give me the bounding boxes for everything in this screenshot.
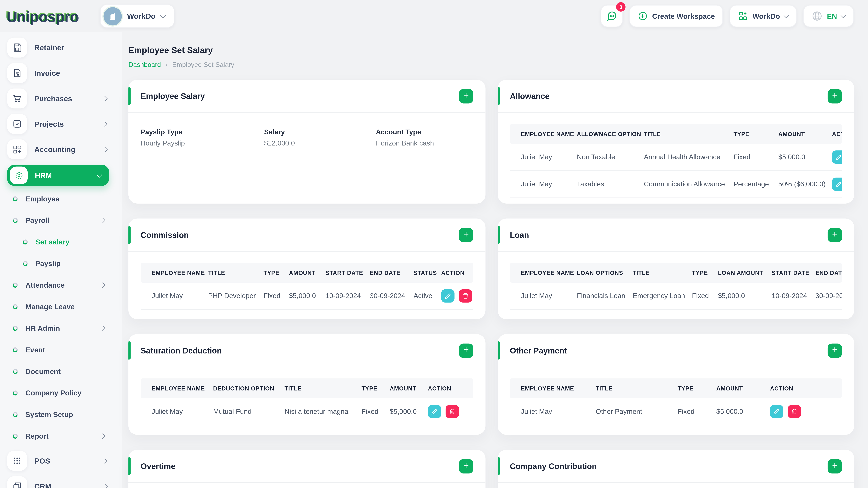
sidebar-item-label: Purchases [34,94,72,103]
create-workspace-label: Create Workspace [652,12,715,20]
chevron-right-icon [102,121,108,127]
column-header: EMPLOYEE NAME [510,131,577,137]
table-row: Juliet May Mutual Fund Nisi a tenetur ma… [141,398,473,425]
column-header: STATUS [413,269,441,276]
delete-button[interactable] [459,289,472,302]
chevron-right-icon [100,282,105,288]
sidebar-item-set-salary[interactable]: Set salary [7,231,115,253]
sidebar-item-payslip[interactable]: Payslip [7,253,115,274]
card-title: Other Payment [510,346,567,355]
create-workspace-button[interactable]: Create Workspace [629,5,723,27]
topbar: Unipospro WorkDo 0 [0,0,868,32]
workdo-menu-button[interactable]: WorkDo [730,5,797,27]
bullet-icon [12,217,19,224]
brand-logo[interactable]: Unipospro [5,7,78,25]
add-commission-button[interactable]: + [459,228,473,242]
cell-loan-option: Financials Loan [577,292,633,300]
workspace-switcher[interactable]: WorkDo [100,4,174,28]
table-row: Juliet May PHP Developer Fixed $5,000.0 … [141,283,473,310]
column-header: AMOUNT [778,131,832,137]
column-header: START DATE [772,269,815,276]
column-header: LOAN OPTIONS [577,269,633,276]
edit-button[interactable] [441,289,455,302]
add-allowance-button[interactable]: + [828,89,842,103]
sidebar-item-company-policy[interactable]: Company Policy [7,382,115,404]
sidebar-item-label: CRM [34,482,51,488]
sidebar-item-event[interactable]: Event [7,339,115,361]
sidebar-item-label: Report [26,432,49,441]
sidebar-item-accounting[interactable]: Accounting [7,139,115,160]
table-row: Juliet May Other Payment Fixed $5,000.0 [510,398,842,425]
delete-button[interactable] [446,405,459,418]
bullet-icon [12,303,19,310]
main-content: Employee Set Salary Dashboard › Employee… [128,32,854,488]
edit-button[interactable] [770,405,783,418]
bullet-icon [12,347,19,353]
bullet-icon [12,325,19,331]
chevron-right-icon [100,326,105,331]
sidebar-item-label: Employee [26,195,60,203]
add-overtime-button[interactable]: + [459,459,473,473]
edit-button[interactable] [832,177,842,191]
breadcrumb-dashboard-link[interactable]: Dashboard [128,61,161,68]
edit-button[interactable] [832,151,842,164]
salary-summary: Payslip Type Hourly Payslip Salary $12,0… [141,124,473,147]
hrm-icon [10,167,28,184]
chevron-right-icon [102,458,108,463]
cell-title: Nisi a tenetur magna [284,408,361,416]
column-header: END DATE [370,269,414,276]
sidebar-item-invoice[interactable]: Invoice [7,63,115,83]
cell-employee-name: Juliet May [510,181,577,188]
column-header: LOAN AMOUNT [718,269,772,276]
sidebar-item-payroll[interactable]: Payroll [7,209,115,231]
column-header: AMOUNT [390,385,428,392]
cell-type: Fixed [362,408,390,416]
cell-loan-amount: $5,000.0 [718,292,772,300]
sidebar-item-crm[interactable]: CRM [7,476,115,488]
overtime-card: Overtime + [128,450,486,488]
sidebar-item-manage-leave[interactable]: Manage Leave [7,296,115,318]
chevron-down-icon [783,12,789,18]
card-title: Saturation Deduction [141,346,222,355]
sidebar-item-pos[interactable]: POS [7,451,115,471]
cell-title: Annual Health Allowance [644,153,733,161]
sidebar-item-label: Accounting [34,145,75,154]
bullet-icon [12,433,19,439]
add-loan-button[interactable]: + [828,228,842,242]
sidebar-item-hrm[interactable]: HRM [7,165,109,186]
add-company-contribution-button[interactable]: + [828,459,842,473]
add-other-payment-button[interactable]: + [828,343,842,358]
sidebar-item-system-setup[interactable]: System Setup [7,404,115,425]
cell-type: Fixed [678,408,716,416]
sidebar-item-retainer[interactable]: Retainer [7,38,115,58]
sidebar-item-label: Attendance [26,281,65,289]
sidebar-item-document[interactable]: Document [7,361,115,382]
language-selector[interactable]: EN [803,5,854,27]
sidebar-item-attendance[interactable]: Attendance [7,274,115,296]
column-header: DEDUCTION OPTION [213,385,284,392]
cart-icon [7,89,27,108]
globe-icon [811,10,823,22]
delete-button[interactable] [788,405,801,418]
sidebar-item-employee[interactable]: Employee [7,188,115,210]
messages-button[interactable]: 0 [601,5,623,27]
cell-start-date: 10-09-2024 [772,292,815,300]
cell-amount: 50% ($6,000.0) [778,181,832,188]
chevron-down-icon [97,172,102,177]
cell-amount: $5,000.0 [289,292,326,300]
edit-button[interactable] [428,405,441,418]
add-saturation-deduction-button[interactable]: + [459,343,473,358]
check-square-icon [7,114,27,134]
column-header: EMPLOYEE NAME [510,269,577,276]
cell-employee-name: Juliet May [510,292,577,300]
table-header: EMPLOYEE NAME ALLOWNACE OPTION TITLE TYP… [510,124,842,144]
cell-type: Fixed [692,292,718,300]
page-title: Employee Set Salary [128,45,854,55]
sidebar-item-report[interactable]: Report [7,425,115,447]
add-employee-salary-button[interactable]: + [459,89,473,103]
card-title: Employee Salary [141,92,205,100]
sidebar-item-projects[interactable]: Projects [7,114,115,134]
field-label: Account Type [376,128,473,136]
sidebar-item-purchases[interactable]: Purchases [7,89,115,108]
sidebar-item-hr-admin[interactable]: HR Admin [7,318,115,339]
